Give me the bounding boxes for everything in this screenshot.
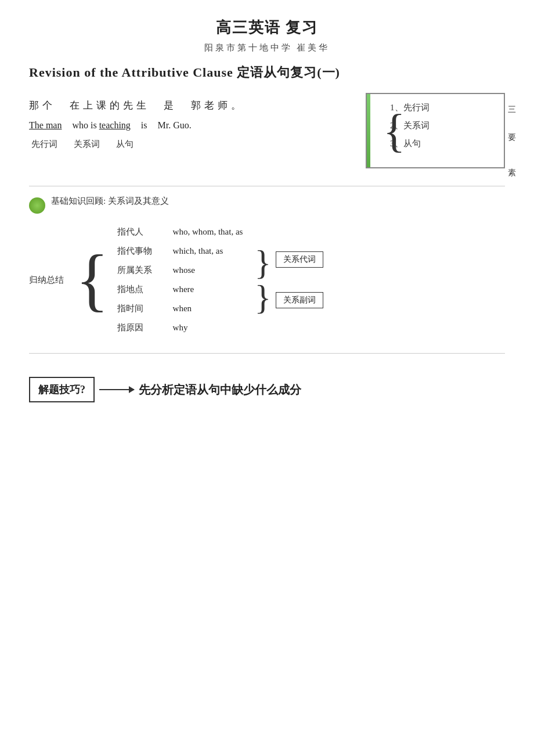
badge-adverb: 关系副词 [276, 292, 323, 308]
label-relative-word: 关系词 [74, 139, 100, 150]
diagram-box: { 1、先行词 2、关系词 3、从句 三 要 素 [366, 93, 505, 168]
cat-label-2: 指代事物 [117, 246, 164, 257]
badge-pronoun: 关系代词 [276, 251, 323, 268]
table-row: 指原因 why [117, 320, 243, 336]
inner-table: 指代人 who, whom, that, as 指代事物 which, that… [117, 224, 243, 336]
cat-label-4: 指地点 [117, 284, 164, 295]
table-row: 指代人 who, whom, that, as [117, 224, 243, 240]
cat-value-3: whose [173, 265, 195, 275]
diagram-left-brace: { [383, 100, 405, 161]
cat-value-1: who, whom, that, as [173, 227, 243, 237]
section-icon [29, 197, 45, 214]
en-mr-guo: Mr. Guo. [158, 120, 192, 131]
en-who-teaching: who is teaching [72, 120, 130, 131]
right-brace-top: } [254, 245, 271, 280]
chinese-sentence: 那个 在上课的先生 是 郭老师。 [29, 99, 348, 112]
badge-column: 关系代词 关系副词 [276, 245, 323, 315]
cat-label-6: 指原因 [117, 322, 164, 333]
diagram-item-2: 2、关系词 [390, 120, 495, 131]
label-antecedent: 先行词 [31, 139, 57, 150]
en-teaching: teaching [99, 120, 131, 131]
diagram-item-1: 1、先行词 [390, 102, 495, 113]
diagram-yao: 要 [506, 127, 517, 128]
tip-box: 解题技巧? [29, 377, 95, 402]
tip-text: 先分析定语从句中缺少什么成分 [139, 382, 301, 398]
cat-value-6: why [173, 323, 188, 333]
cn-word-4: 郭老师。 [191, 99, 244, 112]
summary-label: 归纳总结 [29, 275, 64, 286]
table-row: 指时间 when [117, 301, 243, 316]
cat-value-2: which, that, as [173, 246, 223, 256]
tip-arrow-line [99, 389, 134, 390]
table-row: 指地点 where [117, 282, 243, 297]
cat-label-1: 指代人 [117, 226, 164, 237]
right-brace-bottom: } [254, 280, 271, 315]
tip-arrow [99, 389, 134, 390]
cat-value-4: where [173, 285, 194, 294]
diagram-san: 三 [506, 100, 517, 101]
cat-value-5: when [173, 304, 192, 314]
diagram-su: 素 [506, 161, 517, 163]
labels-row: 先行词 关系词 从句 [29, 139, 348, 150]
subtitle: 阳泉市第十地中学 崔美华 [29, 42, 505, 53]
cn-word-1: 那个 [29, 99, 56, 112]
table-row: 所属关系 whose [117, 262, 243, 278]
en-who-is: who is [72, 120, 96, 131]
knowledge-review-label: 基础知识回顾: 关系词及其意义 [51, 196, 169, 207]
cn-word-2: 在上课的先生 [70, 99, 150, 112]
cat-label-5: 指时间 [117, 303, 164, 314]
tip-section: 解题技巧? 先分析定语从句中缺少什么成分 [29, 377, 505, 402]
diagram-items: 1、先行词 2、关系词 3、从句 [390, 102, 495, 149]
right-brace-section: } } 关系代词 关系副词 [254, 245, 323, 315]
cn-word-3: 是 [164, 99, 177, 112]
page-title: 高三英语 复习 [29, 17, 505, 38]
label-clause: 从句 [116, 139, 134, 150]
main-heading: Revision of the Attributive Clause 定语从句复… [29, 64, 505, 81]
summary-layout: 归纳总结 { 指代人 who, whom, that, as 指代事物 whic… [29, 224, 505, 336]
en-is: is [141, 120, 147, 131]
diagram-item-3: 3、从句 [390, 138, 495, 149]
top-section: 那个 在上课的先生 是 郭老师。 The man who is teaching… [29, 93, 505, 168]
en-the-man: The man [29, 120, 62, 131]
english-sentence: The man who is teaching is Mr. Guo. [29, 120, 348, 131]
divider-2 [29, 353, 505, 354]
divider-1 [29, 186, 505, 186]
knowledge-section: 基础知识回顾: 关系词及其意义 归纳总结 { 指代人 who, whom, th… [29, 196, 505, 336]
right-braces: } } [254, 245, 271, 315]
example-block: 那个 在上课的先生 是 郭老师。 The man who is teaching… [29, 93, 348, 150]
table-row: 指代事物 which, that, as [117, 243, 243, 259]
left-brace: { [75, 250, 109, 309]
cat-label-3: 所属关系 [117, 265, 164, 276]
